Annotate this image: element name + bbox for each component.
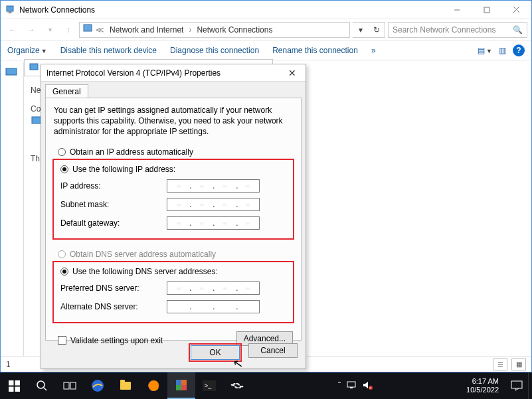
- address-bar[interactable]: ≪ Network and Internet › Network Connect…: [79, 22, 350, 38]
- input-preferred-dns[interactable]: ··.··.··.··: [167, 281, 260, 295]
- taskbar-taskview-button[interactable]: [56, 372, 84, 399]
- svg-rect-24: [350, 387, 353, 388]
- radio-use-dns-label: Use the following DNS server addresses:: [72, 267, 218, 276]
- taskbar-search-button[interactable]: [28, 372, 56, 399]
- svg-rect-7: [84, 25, 92, 31]
- refresh-button[interactable]: ↻: [369, 25, 385, 35]
- chevron-right-icon: ›: [189, 25, 191, 35]
- svg-rect-8: [6, 68, 17, 75]
- svg-rect-4: [484, 7, 489, 13]
- dropdown-history-button[interactable]: ▾: [353, 25, 369, 35]
- svg-rect-14: [15, 386, 20, 392]
- label-subnet-mask: Subnet mask:: [60, 200, 160, 209]
- label-alternate-dns: Alternate DNS server:: [60, 302, 160, 311]
- dialog-close-button[interactable]: ✕: [284, 68, 300, 78]
- tab-general[interactable]: General: [45, 84, 88, 98]
- taskbar-clock[interactable]: 6:17 AM 10/5/2022: [460, 377, 505, 394]
- adapter-icon[interactable]: [1, 62, 23, 85]
- radio-use-dns[interactable]: Use the following DNS server addresses:: [60, 265, 286, 278]
- taskbar-settings-button[interactable]: [223, 372, 251, 399]
- cancel-button[interactable]: Cancel: [248, 343, 298, 358]
- taskbar-firefox-button[interactable]: [139, 372, 167, 399]
- recent-locations-button[interactable]: ▾: [42, 22, 58, 38]
- address-buttons: ▾ ↻: [353, 22, 385, 38]
- label-ip-address: IP address:: [60, 181, 160, 191]
- overflow-button[interactable]: »: [371, 46, 376, 55]
- input-ip-address[interactable]: ··.··.··.··: [167, 179, 260, 193]
- breadcrumb-network-and-internet[interactable]: Network and Internet: [107, 25, 186, 35]
- sidebar: [1, 62, 24, 356]
- action-center-button[interactable]: [505, 372, 528, 399]
- dialog-title: Internet Protocol Version 4 (TCP/IPv4) P…: [46, 68, 284, 78]
- taskbar-file-explorer-button[interactable]: [112, 372, 139, 399]
- breadcrumb-network-connections[interactable]: Network Connections: [194, 25, 275, 35]
- system-tray[interactable]: ˆ x: [334, 380, 377, 392]
- preview-pane-button[interactable]: ▥: [499, 46, 506, 55]
- input-default-gateway[interactable]: ··.··.··.··: [167, 216, 260, 230]
- search-input[interactable]: Search Network Connections 🔍: [388, 22, 527, 38]
- tray-volume-icon[interactable]: x: [362, 380, 373, 392]
- svg-text:>_: >_: [205, 382, 212, 389]
- explorer-titlebar[interactable]: Network Connections: [1, 1, 531, 19]
- taskbar-control-panel-button[interactable]: [167, 372, 195, 399]
- radio-use-ip[interactable]: Use the following IP address:: [60, 163, 286, 176]
- svg-rect-28: [511, 381, 522, 388]
- search-icon: 🔍: [513, 25, 523, 35]
- svg-rect-0: [7, 6, 13, 11]
- svg-marker-25: [363, 382, 368, 388]
- input-subnet-mask[interactable]: ··.··.··.··: [167, 198, 260, 211]
- icons-view-button[interactable]: ▦: [511, 359, 526, 370]
- radio-icon: [60, 165, 68, 173]
- svg-rect-1: [9, 11, 11, 13]
- diagnose-button[interactable]: Diagnose this connection: [170, 46, 259, 55]
- tray-expand-icon[interactable]: ˆ: [338, 381, 341, 390]
- label-default-gateway: Default gateway:: [60, 218, 160, 228]
- back-button[interactable]: ←: [5, 22, 21, 38]
- radio-icon: [60, 268, 68, 276]
- forward-button[interactable]: →: [23, 22, 39, 38]
- taskbar-time: 6:17 AM: [466, 377, 499, 386]
- svg-rect-17: [64, 382, 69, 389]
- svg-rect-18: [70, 382, 76, 389]
- checkbox-icon: [58, 336, 66, 345]
- svg-rect-12: [15, 380, 20, 386]
- radio-use-ip-label: Use the following IP address:: [72, 165, 175, 174]
- disable-device-button[interactable]: Disable this network device: [60, 46, 157, 55]
- search-placeholder: Search Network Connections: [393, 25, 495, 35]
- checkbox-validate-label: Validate settings upon exit: [70, 336, 163, 345]
- close-button[interactable]: [501, 1, 531, 19]
- svg-line-16: [44, 388, 46, 390]
- dialog-titlebar[interactable]: Internet Protocol Version 4 (TCP/IPv4) P…: [41, 64, 306, 82]
- item-count: 1: [6, 360, 11, 369]
- taskbar-ie-button[interactable]: [84, 372, 112, 399]
- maximize-button[interactable]: [472, 1, 501, 19]
- radio-obtain-dns: Obtain DNS server address automatically: [54, 248, 293, 261]
- radio-obtain-dns-label: Obtain DNS server address automatically: [70, 250, 216, 259]
- taskbar-terminal-button[interactable]: >_: [195, 372, 223, 399]
- start-button[interactable]: [0, 380, 28, 392]
- input-alternate-dns[interactable]: ...: [167, 300, 260, 313]
- minimize-button[interactable]: [442, 1, 472, 19]
- command-bar: Organize▼ Disable this network device Di…: [1, 40, 531, 60]
- ipv4-properties-dialog: Internet Protocol Version 4 (TCP/IPv4) P…: [41, 64, 306, 369]
- breadcrumb-sep-icon: ≪: [96, 25, 104, 35]
- details-view-button[interactable]: ☰: [493, 359, 507, 370]
- tray-network-icon[interactable]: [346, 380, 357, 392]
- network-connections-icon: [5, 5, 15, 15]
- svg-rect-11: [9, 380, 14, 386]
- up-button[interactable]: ↑: [60, 22, 76, 38]
- radio-icon: [58, 250, 66, 258]
- adapter-dialog-icon: [29, 62, 39, 74]
- organize-menu[interactable]: Organize▼: [7, 46, 47, 55]
- show-desktop-button[interactable]: [528, 372, 532, 399]
- svg-rect-13: [9, 386, 14, 392]
- help-button[interactable]: ?: [513, 44, 525, 56]
- radio-obtain-ip[interactable]: Obtain an IP address automatically: [54, 145, 293, 159]
- rename-button[interactable]: Rename this connection: [272, 46, 358, 55]
- view-options-button[interactable]: ▤▼: [478, 46, 492, 55]
- ok-button[interactable]: OK: [191, 345, 240, 360]
- ip-group-highlight: Use the following IP address: IP address…: [52, 159, 294, 240]
- checkbox-validate-settings[interactable]: Validate settings upon exit: [54, 332, 163, 345]
- taskbar-date: 10/5/2022: [466, 386, 499, 394]
- svg-point-15: [37, 381, 44, 388]
